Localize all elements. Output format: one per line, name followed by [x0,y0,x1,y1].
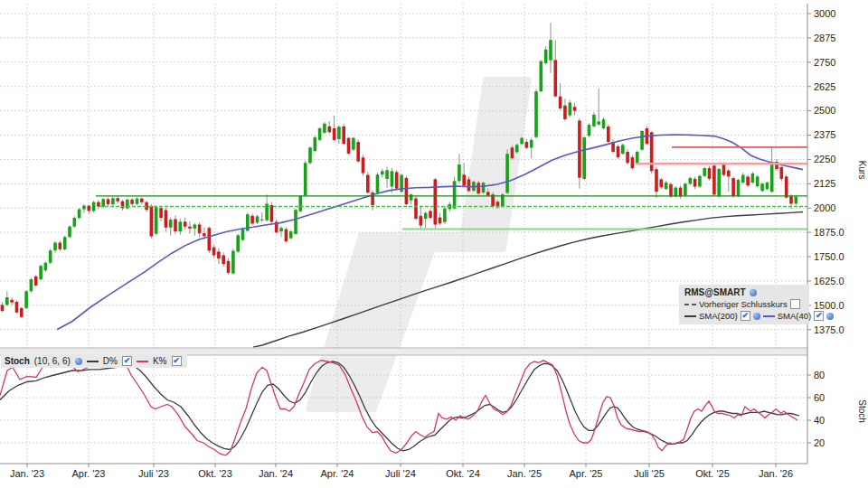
svg-text:3000: 3000 [814,8,835,19]
svg-text:Juli '24: Juli '24 [385,468,416,479]
svg-text:1500.0: 1500.0 [814,300,844,311]
svg-text:Apr. '24: Apr. '24 [321,468,354,479]
svg-text:Jan. '26: Jan. '26 [759,468,793,479]
svg-text:Juli '25: Juli '25 [634,468,665,479]
svg-text:2875: 2875 [814,33,835,43]
svg-text:Okt. '24: Okt. '24 [446,468,480,479]
svg-text:1750.0: 1750.0 [814,251,844,262]
stoch-indicator-header: Stoch (10, 6, 6) D% ✔ K% ✔ [1,354,187,368]
svg-text:20: 20 [814,437,825,448]
chart-window: 3000287527502625250023752250212520001875… [0,0,868,488]
svg-text:40: 40 [814,415,825,426]
svg-text:2375: 2375 [814,129,835,140]
legend-symbol-row: RMS@SMART [684,287,805,297]
svg-text:1625.0: 1625.0 [814,276,844,286]
svg-text:Okt. '25: Okt. '25 [695,468,730,479]
stoch-axis-labels: 80604020 [807,370,825,448]
sma40-checkbox[interactable]: ✔ [814,311,824,321]
prev-close-line-sample [684,304,696,305]
prev-close-checkbox[interactable] [790,299,800,309]
price-axis-title: Kurs [857,161,867,180]
stoch-d-checkbox[interactable]: ✔ [122,356,132,366]
price-axis-labels: 3000287527502625250023752250212520001875… [807,8,844,335]
svg-text:2750: 2750 [814,57,835,68]
price-legend-box: RMS@SMART Vorheriger Schlusskurs SMA(200… [679,285,809,324]
svg-text:80: 80 [814,370,825,380]
sma40-info-icon[interactable] [826,313,834,320]
svg-text:1375.0: 1375.0 [814,324,844,335]
chart-canvas: 3000287527502625250023752250212520001875… [0,0,868,488]
sma40-label: SMA(40) [778,311,811,321]
stoch-d-label: D% [103,356,118,366]
sma200-info-icon[interactable] [753,313,760,320]
stoch-info-icon[interactable] [75,358,82,365]
stoch-axis-title: Stoch [857,399,867,423]
stoch-name: Stoch [5,356,30,366]
svg-text:Apr. '25: Apr. '25 [570,468,603,479]
watermark-logo [309,80,528,408]
x-axis-labels: Jan. '23Apr. '23Juli '23Okt. '23Jan. '24… [10,464,793,479]
stoch-k-line-sample [137,361,148,362]
svg-text:2000: 2000 [814,202,835,213]
info-globe-icon[interactable] [750,289,757,296]
svg-text:60: 60 [814,392,825,403]
stoch-d-line-sample [87,361,99,362]
svg-text:Juli '23: Juli '23 [138,468,169,479]
prev-close-label: Vorheriger Schlusskurs [699,299,788,309]
axis-titles: KursStoch [857,161,867,423]
sma200-line-sample [684,315,696,317]
stoch-k-label: K% [153,356,167,366]
legend-prev-close-row: Vorheriger Schlusskurs [684,299,805,309]
svg-text:Jan. '24: Jan. '24 [259,468,293,479]
sma200-checkbox[interactable]: ✔ [741,311,750,321]
sma200-label: SMA(200) [699,311,738,321]
svg-text:Apr. '23: Apr. '23 [72,468,106,479]
svg-text:Jan. '23: Jan. '23 [10,468,44,479]
svg-text:1875.0: 1875.0 [814,227,844,238]
svg-text:2125: 2125 [814,178,835,189]
svg-text:Okt. '23: Okt. '23 [198,468,232,479]
svg-text:Jan. '25: Jan. '25 [507,468,542,479]
legend-sma-row: SMA(200) ✔ SMA(40) ✔ [684,311,805,321]
svg-text:2250: 2250 [814,154,835,164]
svg-text:2625: 2625 [814,81,835,92]
stoch-k-checkbox[interactable]: ✔ [172,356,182,366]
sma40-line-sample [763,315,775,317]
stoch-params: (10, 6, 6) [34,356,71,366]
symbol-label: RMS@SMART [684,287,746,297]
svg-text:2500: 2500 [814,105,835,116]
